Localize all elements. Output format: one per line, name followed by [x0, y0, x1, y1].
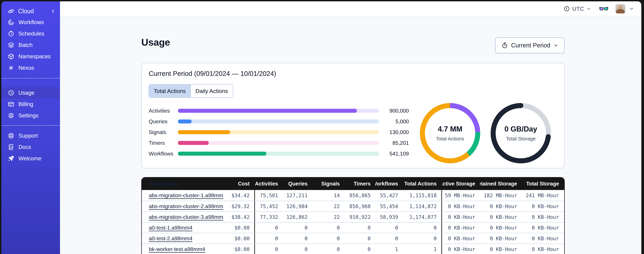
bar-label: Activities	[149, 108, 178, 114]
table-cell: a0-test-2.a98mm4	[142, 233, 223, 244]
sidebar-item-label: Namespaces	[18, 53, 51, 60]
bar-track	[178, 152, 379, 156]
namespace-link[interactable]: bk-worker-test.a98mm4	[149, 246, 205, 252]
sidebar-item-nexus[interactable]: Nexus	[1, 62, 60, 74]
tab-daily-actions[interactable]: Daily Actions	[190, 84, 233, 97]
sidebar-item-docs[interactable]: Docs	[1, 142, 60, 153]
table-cell: 75,501	[254, 190, 283, 201]
usage-summary-card: Current Period (09/01/2024 — 10/01/2024)…	[141, 63, 565, 168]
table-cell: $38.42	[223, 212, 254, 222]
bar-fill	[178, 130, 230, 134]
table-cell: 55,454	[375, 201, 403, 212]
bar-track	[178, 141, 379, 145]
sidebar-item-schedules[interactable]: Schedules	[1, 28, 60, 39]
table-cell: 241 MB-Hour	[522, 190, 564, 201]
sidebar-item-billing[interactable]: Billing	[1, 98, 60, 110]
sidebar-item-label: Workflows	[18, 19, 44, 26]
total-actions-value: 4.7 MM	[438, 125, 462, 133]
labs-toggle[interactable]	[599, 6, 608, 12]
tab-total-actions[interactable]: Total Actions	[149, 84, 190, 97]
sidebar-item-support[interactable]: Support	[1, 130, 60, 142]
table-cell: $0.00	[223, 222, 254, 233]
table-cell: $0.00	[223, 233, 254, 244]
table-cell: 77,332	[254, 212, 283, 222]
namespace-link[interactable]: a0-test-1.a98mm4	[149, 225, 192, 231]
sidebar-item-welcome[interactable]: Welcome	[1, 153, 60, 164]
user-avatar[interactable]	[616, 4, 625, 14]
table-row: a0-test-2.a98mm4$0.000000000 KB-Hour0 KB…	[142, 233, 564, 244]
table-cell: 0 KB-Hour	[522, 244, 564, 254]
sidebar-collapse-icon[interactable]	[50, 9, 56, 14]
settings-icon	[8, 112, 14, 119]
bar-row-queries: Queries5,000	[149, 116, 409, 127]
table-cell: 1	[375, 244, 403, 254]
user-menu-toggle[interactable]	[629, 6, 634, 11]
sidebar-item-label: Batch	[18, 42, 32, 48]
namespace-link[interactable]: abs-migration-cluster-1.a98mm4	[149, 192, 223, 198]
table-body: abs-migration-cluster-1.a98mm4$34.4275,5…	[142, 190, 564, 254]
sidebar-item-label: Welcome	[18, 155, 42, 162]
bar-value: 130,000	[379, 129, 409, 136]
table-cell: abs-migration-cluster-3.a98mm4	[142, 212, 223, 222]
total-storage-donut: 0 GB/Day Total Storage	[491, 103, 551, 163]
table-cell: 14	[312, 190, 344, 201]
timezone-selector[interactable]: UTC	[564, 6, 591, 12]
usage-icon	[8, 90, 14, 96]
table-cell: 22	[312, 212, 344, 222]
sidebar-divider	[1, 125, 60, 126]
sidebar-item-label: Billing	[18, 101, 33, 108]
glasses-icon	[599, 6, 608, 12]
table-cell: 0 KB-Hour	[522, 212, 564, 222]
timezone-label: UTC	[572, 6, 584, 12]
sidebar-brand-label: Cloud	[18, 8, 34, 15]
table-cell: $29.32	[223, 201, 254, 212]
period-selector-button[interactable]: Current Period	[495, 37, 564, 54]
sidebar-item-label: Settings	[18, 112, 38, 119]
sidebar-item-usage[interactable]: Usage	[1, 87, 60, 98]
total-storage-value: 0 GB/Day	[504, 125, 537, 133]
column-header-total-actions: Total Actions	[403, 178, 441, 190]
namespace-link[interactable]: abs-migration-cluster-3.a98mm4	[149, 214, 223, 220]
sidebar-item-batch[interactable]: Batch	[1, 39, 60, 51]
bar-track	[178, 120, 379, 124]
sidebar-item-settings[interactable]: Settings	[1, 110, 60, 121]
chevron-down-icon	[586, 6, 591, 11]
sidebar-item-workflows[interactable]: Workflows	[1, 16, 60, 28]
table-cell: 58,939	[375, 212, 403, 222]
support-icon	[8, 132, 14, 139]
sidebar-brand[interactable]: Cloud	[8, 8, 56, 15]
namespace-link[interactable]: abs-migration-cluster-2.a98mm4	[149, 203, 223, 210]
bar-row-workflows: Workflows541,109	[149, 148, 409, 159]
table-row: abs-migration-cluster-3.a98mm4$38.4277,3…	[142, 212, 564, 222]
namespace-link[interactable]: a0-test-2.a98mm4	[149, 236, 192, 242]
table-cell: 55,427	[375, 190, 403, 201]
table-cell: 22	[312, 201, 344, 212]
period-selector-label: Current Period	[511, 42, 550, 49]
page-title: Usage	[141, 36, 170, 48]
table-cell: 0 KB-Hour	[480, 233, 522, 244]
column-header-cost: Cost	[223, 178, 254, 190]
table-cell: 0	[254, 244, 283, 254]
column-header-signals: Signals	[312, 178, 344, 190]
table-cell: 0 KB-Hour	[522, 201, 564, 212]
chevron-down-icon	[629, 6, 634, 11]
bar-row-timers: Timers85,201	[149, 138, 409, 148]
sidebar-item-namespaces[interactable]: Namespaces	[1, 51, 60, 62]
bar-fill	[178, 109, 357, 113]
bar-label: Queries	[149, 118, 178, 125]
table-row: abs-migration-cluster-2.a98mm4$29.3275,4…	[142, 201, 564, 212]
cloud-logo-icon	[8, 8, 14, 14]
table-cell: 0 KB-Hour	[441, 222, 480, 233]
actions-bar-chart: Activities900,000Queries5,000Signals130,…	[149, 106, 409, 159]
bar-track	[178, 130, 379, 134]
docs-icon	[8, 144, 14, 150]
table-cell: 0	[344, 233, 375, 244]
chevron-down-icon	[553, 43, 558, 48]
column-header-namespace: Namespace	[142, 178, 223, 190]
billing-icon	[8, 101, 14, 108]
table-cell: 0	[344, 244, 375, 254]
sidebar-divider	[1, 78, 60, 78]
table-cell: 0 KB-Hour	[480, 212, 522, 222]
table-cell: abs-migration-cluster-1.a98mm4	[142, 190, 223, 201]
table-cell: 59 MB-Hour	[441, 190, 480, 201]
